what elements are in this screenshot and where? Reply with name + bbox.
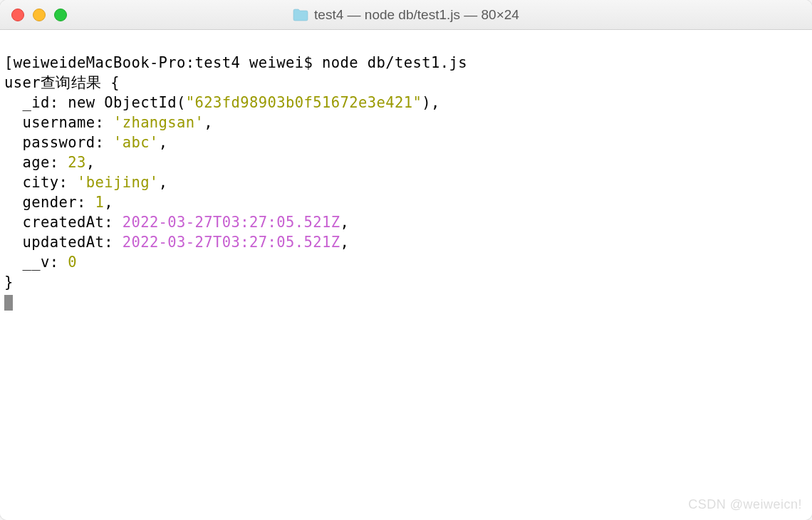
prompt-line: [weiweideMacBook-Pro:test4 weiwei$ node …	[4, 54, 467, 71]
minimize-window-button[interactable]	[33, 9, 46, 21]
field-age: age: 23,	[22, 154, 95, 171]
window-controls	[0, 9, 67, 21]
field-v: __v: 0	[22, 254, 76, 271]
titlebar: test4 — node db/test1.js — 80×24	[0, 0, 812, 30]
command-text: node db/test1.js	[322, 54, 467, 71]
watermark: CSDN @weiweicn!	[688, 494, 802, 514]
field-createdAt: createdAt: 2022-03-27T03:27:05.521Z,	[22, 214, 349, 231]
terminal-window: test4 — node db/test1.js — 80×24 [weiwei…	[0, 0, 812, 520]
output-close: }	[4, 274, 14, 291]
field-password: password: 'abc',	[22, 134, 167, 151]
window-title-text: test4 — node db/test1.js — 80×24	[314, 7, 519, 23]
field-id: _id: new ObjectId("623fd98903b0f51672e3e…	[22, 94, 439, 111]
close-window-button[interactable]	[11, 9, 24, 21]
field-gender: gender: 1,	[22, 194, 113, 211]
maximize-window-button[interactable]	[54, 9, 67, 21]
field-username: username: 'zhangsan',	[22, 114, 213, 131]
cursor	[4, 295, 13, 311]
folder-icon	[293, 9, 308, 21]
window-title: test4 — node db/test1.js — 80×24	[0, 7, 812, 23]
field-city: city: 'beijing',	[22, 174, 167, 191]
output-header: user查询结果 {	[4, 74, 120, 91]
field-updatedAt: updatedAt: 2022-03-27T03:27:05.521Z,	[22, 234, 349, 251]
terminal-output[interactable]: [weiweideMacBook-Pro:test4 weiwei$ node …	[0, 30, 812, 520]
